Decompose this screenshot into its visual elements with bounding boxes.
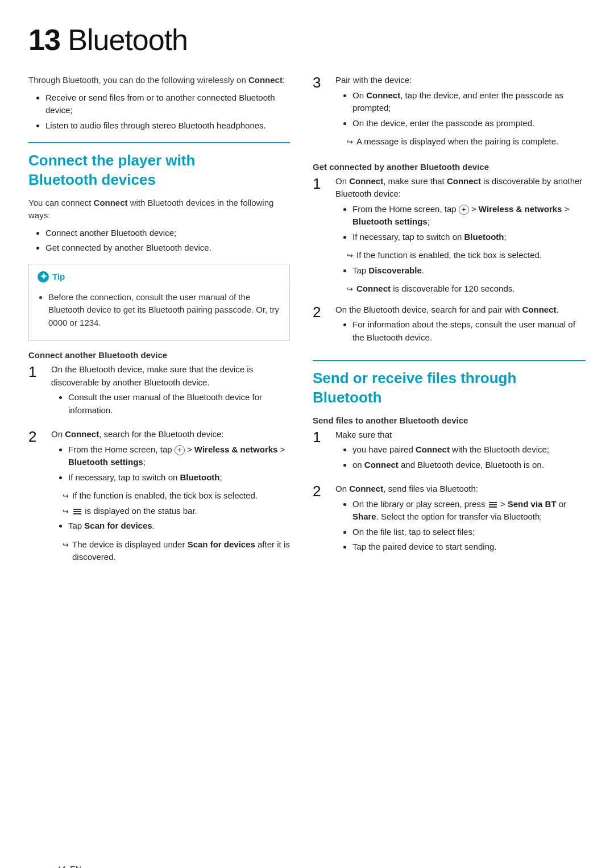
step-num-1c: 1: [313, 429, 329, 446]
step-text-2a: On Connect, search for the Bluetooth dev…: [51, 428, 290, 441]
section1-intro: You can connect Connect with Bluetooth d…: [28, 197, 290, 222]
section1-bullet-1: Connect another Bluetooth device;: [45, 227, 290, 240]
tip-icon: ✦ Tip: [37, 271, 65, 283]
intro-text: Through Bluetooth, you can do the follow…: [28, 74, 290, 87]
intro-bullet-2: Listen to audio files through stereo Blu…: [45, 119, 290, 132]
step-3a: 3 Pair with the device: On Connect, tap …: [313, 74, 586, 151]
step-content-1a: On the Bluetooth device, make sure that …: [51, 363, 290, 422]
section1-bullet-list: Connect another Bluetooth device; Get co…: [45, 227, 290, 255]
step-text-1b: On Connect, make sure that Connect is di…: [335, 175, 586, 201]
intro-bullet-list: Receive or send files from or to another…: [45, 92, 290, 132]
step-2a-bullet-1: From the Home screen, tap + > Wireless &…: [68, 443, 290, 469]
step-2a-bullets-cont: Tap Scan for devices.: [68, 520, 290, 533]
step-1b-bullet-1: From the Home screen, tap + > Wireless &…: [352, 203, 586, 229]
footer-page-num: 44: [57, 865, 66, 868]
step-num-2c: 2: [313, 483, 329, 500]
step-content-2c: On Connect, send files via Bluetooth: On…: [335, 483, 586, 559]
page-footer: 44 EN: [57, 865, 81, 868]
step-text-2c: On Connect, send files via Bluetooth:: [335, 483, 586, 496]
intro-bullet-1: Receive or send files from or to another…: [45, 92, 290, 117]
step-num-2a: 2: [28, 428, 44, 446]
right-column: 3 Pair with the device: On Connect, tap …: [313, 74, 586, 572]
menu-icon: [73, 509, 81, 514]
page-wrapper: 13 Bluetooth Through Bluetooth, you can …: [28, 23, 586, 868]
section1-bullet-2: Get connected by another Bluetooth devic…: [45, 242, 290, 255]
step-content-1c: Make sure that you have paired Connect w…: [335, 429, 586, 477]
section1-heading: Connect the player withBluetooth devices: [28, 151, 290, 190]
bt-icon-inline: +: [175, 445, 185, 455]
left-column: Through Bluetooth, you can do the follow…: [28, 74, 290, 572]
step-1c-bullet-2: on Connect and Bluetooth device, Bluetoo…: [352, 459, 586, 472]
step-1b-bullets-cont: Tap Discoverable.: [352, 264, 586, 277]
step-2a-bullet-3: Tap Scan for devices.: [68, 520, 290, 533]
arrow-symbol-3: ↪: [63, 539, 69, 551]
step-content-1b: On Connect, make sure that Connect is di…: [335, 175, 586, 298]
step-2c: 2 On Connect, send files via Bluetooth: …: [313, 483, 586, 559]
arrow-text-1-3a: A message is displayed when the pairing …: [356, 135, 558, 148]
send-files-heading: Send files to another Bluetooth device: [313, 416, 586, 425]
step-3a-bullets: On Connect, tap the device, and enter th…: [352, 89, 586, 130]
arrow-symbol-6: ↪: [347, 284, 353, 295]
step-num-2b: 2: [313, 304, 329, 321]
step-2b-bullets: For information about the steps, consult…: [352, 318, 586, 344]
step-2a-bullet-2: If necessary, tap to switch on Bluetooth…: [68, 471, 290, 484]
arrow-symbol-5: ↪: [347, 250, 353, 261]
step-3a-bullet-1: On Connect, tap the device, and enter th…: [352, 89, 586, 115]
step-2b-bullet-1: For information about the steps, consult…: [352, 318, 586, 344]
step-content-3a: Pair with the device: On Connect, tap th…: [335, 74, 586, 151]
arrow-text-2-2a: is displayed on the status bar.: [72, 505, 197, 518]
step-content-2b: On the Bluetooth device, search for and …: [335, 304, 586, 350]
sub1-heading: Connect another Bluetooth device: [28, 350, 290, 360]
section-divider-2: [313, 360, 586, 361]
step-1c-bullet-1: you have paired Connect with the Bluetoo…: [352, 443, 586, 456]
tip-box: ✦ Tip: [28, 264, 290, 285]
step-1a-bullet-1: Consult the user manual of the Bluetooth…: [68, 391, 290, 417]
step-content-2a: On Connect, search for the Bluetooth dev…: [51, 428, 290, 566]
step-2c-bullet-1: On the library or play screen, press > S…: [352, 498, 586, 524]
step-1a: 1 On the Bluetooth device, make sure tha…: [28, 363, 290, 422]
step-text-1c: Make sure that: [335, 429, 586, 442]
step-2a: 2 On Connect, search for the Bluetooth d…: [28, 428, 290, 566]
step-1b-bullets: From the Home screen, tap + > Wireless &…: [352, 203, 586, 244]
arrow-text-1-1b: If the function is enabled, the tick box…: [356, 249, 542, 262]
step-num-3a: 3: [313, 74, 329, 92]
footer-lang: EN: [70, 865, 81, 868]
section2-heading: Send or receive files throughBluetooth: [313, 369, 586, 408]
arrow-symbol-2: ↪: [63, 506, 69, 517]
step-text-2b: On the Bluetooth device, search for and …: [335, 304, 586, 317]
step-text-1a: On the Bluetooth device, make sure that …: [51, 363, 290, 389]
step-2c-bullet-2: On the file list, tap to select files;: [352, 526, 586, 539]
step-num-1a: 1: [28, 363, 44, 381]
arrow-1-2a: ↪ If the function is enabled, the tick b…: [63, 489, 290, 502]
tip-bullet-1: Before the connection, consult the user …: [48, 291, 281, 330]
step-1c: 1 Make sure that you have paired Connect…: [313, 429, 586, 477]
bt-icon-inline-2: +: [459, 205, 469, 215]
step-1b: 1 On Connect, make sure that Connect is …: [313, 175, 586, 298]
chapter-title: Bluetooth: [68, 23, 188, 56]
arrow-text-1-2a: If the function is enabled, the tick box…: [72, 489, 258, 502]
menu-icon-2: [489, 502, 497, 508]
svg-text:✦: ✦: [40, 272, 48, 281]
arrow-text-2-1b: Connect is discoverable for 120 seconds.: [356, 283, 515, 296]
step-1b-bullet-2: If necessary, tap to switch on Bluetooth…: [352, 231, 586, 244]
step-2b: 2 On the Bluetooth device, search for an…: [313, 304, 586, 350]
section-divider-1: [28, 142, 290, 143]
step-1a-bullets: Consult the user manual of the Bluetooth…: [68, 391, 290, 417]
step-text-3a: Pair with the device:: [335, 74, 586, 87]
step-2c-bullets: On the library or play screen, press > S…: [352, 498, 586, 554]
step-1b-bullet-3: Tap Discoverable.: [352, 264, 586, 277]
arrow-2-1b: ↪ Connect is discoverable for 120 second…: [347, 283, 586, 296]
step-num-1b: 1: [313, 175, 329, 193]
arrow-3-2a: ↪ The device is displayed under Scan for…: [63, 538, 290, 564]
step-2a-bullets: From the Home screen, tap + > Wireless &…: [68, 443, 290, 484]
main-content: Through Bluetooth, you can do the follow…: [28, 74, 586, 572]
tip-bullet-list: Before the connection, consult the user …: [48, 291, 281, 330]
arrow-text-3-2a: The device is displayed under Scan for d…: [72, 538, 290, 564]
chapter-number: 13: [28, 23, 60, 56]
arrow-1-3a: ↪ A message is displayed when the pairin…: [347, 135, 586, 148]
arrow-symbol: ↪: [63, 491, 69, 502]
step-3a-bullet-2: On the device, enter the passcode as pro…: [352, 117, 586, 130]
page-title: 13 Bluetooth: [28, 23, 586, 57]
arrow-1-1b: ↪ If the function is enabled, the tick b…: [347, 249, 586, 262]
asterisk-icon: ✦: [37, 271, 49, 283]
